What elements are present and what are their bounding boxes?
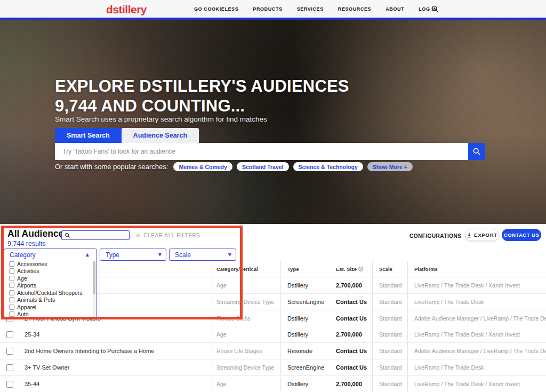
info-icon[interactable]: i	[358, 267, 363, 271]
header-platforms[interactable]: Platforms	[407, 261, 546, 277]
header-platforms-label: Platforms	[414, 266, 438, 272]
popular-searches-label: Or start with some popular searches:	[55, 163, 168, 171]
category-option-label: Animals & Pets	[17, 297, 55, 303]
hero-title: EXPLORE DSTILLERY'S AUDIENCES 9,744 AND …	[55, 76, 349, 116]
contact-us-button[interactable]: CONTACT US	[502, 229, 541, 241]
audience-name[interactable]: 35-44	[19, 376, 212, 392]
table-row: 2nd Home Owners Intending to Purchase a …	[0, 343, 546, 359]
hero-search-button[interactable]	[468, 143, 485, 160]
audience-type: Dstillery	[280, 277, 334, 293]
filter-search-input[interactable]	[70, 231, 124, 239]
page: dstillery GO COOKIELESS PRODUCTS SERVICE…	[0, 0, 546, 392]
chip-memes-comedy[interactable]: Memes & Comedy	[173, 162, 232, 171]
audience-scale: Standard	[372, 326, 407, 342]
nav-item-resources[interactable]: RESOURCES	[338, 6, 371, 12]
type-filter-dropdown[interactable]: Type ▼	[100, 249, 166, 261]
hero-subtitle: Smart Search uses a proprietary search a…	[55, 115, 267, 123]
category-option-activities[interactable]: Activities	[9, 268, 97, 275]
header-type-label: Type	[287, 266, 299, 272]
nav-menu: GO COOKIELESS PRODUCTS SERVICES RESOURCE…	[194, 0, 437, 18]
category-option-airports[interactable]: Airports	[9, 282, 97, 289]
category-option-apparel[interactable]: Apparel	[9, 303, 97, 310]
category-option-label: Age	[17, 275, 27, 282]
checkbox[interactable]	[9, 276, 14, 281]
show-more-button[interactable]: Show More +	[367, 162, 413, 171]
row-checkbox[interactable]	[6, 348, 13, 355]
category-option-label: Airports	[17, 282, 36, 289]
hero-title-line2: 9,744 AND COUNTING...	[55, 97, 245, 115]
checkbox[interactable]	[9, 305, 14, 310]
scale-filter-label: Scale	[175, 251, 191, 259]
nav-item-about[interactable]: ABOUT	[386, 6, 404, 12]
audience-category: House Life Stages	[212, 343, 280, 359]
tab-audience-search[interactable]: Audience Search	[122, 128, 199, 143]
audience-category: Streaming Device Type	[212, 294, 280, 310]
category-filter-label: Category	[10, 251, 36, 259]
category-option-accessories[interactable]: Accessories	[9, 260, 97, 267]
audience-type: Resonate	[280, 343, 334, 359]
category-option-alcohol[interactable]: Alcohol/Cocktail Shoppers	[9, 289, 97, 296]
category-option-auto[interactable]: Auto	[9, 311, 97, 318]
audience-platforms: Adobe Audience Manager / LiveRamp / The …	[407, 343, 546, 359]
audience-est-size: 2,700,000	[334, 381, 372, 387]
row-checkbox-cell	[0, 359, 19, 375]
checkbox[interactable]	[9, 311, 14, 317]
chip-scotland-travel[interactable]: Scotland Travel	[237, 162, 289, 171]
audience-est-size: Contact Us	[334, 364, 372, 371]
contact-us-label: CONTACT US	[504, 232, 540, 238]
top-nav: dstillery GO COOKIELESS PRODUCTS SERVICE…	[0, 0, 546, 20]
audience-platforms: Adobe Audience Manager / LiveRamp / The …	[407, 310, 546, 326]
scale-filter-dropdown[interactable]: Scale ▼	[169, 249, 236, 261]
checkbox[interactable]	[9, 283, 14, 288]
header-category[interactable]: Category/Vertical	[212, 261, 280, 277]
row-checkbox-cell	[0, 343, 19, 359]
category-option-label: Auto	[17, 311, 29, 317]
results-count: 9,744 results	[7, 240, 46, 247]
hero-section: EXPLORE DSTILLERY'S AUDIENCES 9,744 AND …	[0, 20, 546, 224]
nav-item-go-cookieless[interactable]: GO COOKIELESS	[194, 6, 238, 12]
audience-type: Dstillery	[280, 376, 334, 392]
header-type[interactable]: Type	[280, 261, 334, 277]
configurations-button[interactable]: CONFIGURATIONS ⚙	[410, 232, 470, 239]
category-option-label: Alcohol/Cocktail Shoppers	[17, 290, 83, 296]
search-icon	[65, 233, 70, 238]
header-scale[interactable]: Scale	[372, 261, 407, 277]
header-est-size[interactable]: Est. Size i	[334, 266, 372, 272]
audience-name[interactable]: 25-34	[19, 326, 212, 342]
checkbox[interactable]	[9, 297, 14, 302]
results-section: All Audiences × CLEAR ALL FILTERS 9,744 …	[0, 224, 546, 392]
nav-item-services[interactable]: SERVICES	[297, 6, 324, 12]
chip-science-technology[interactable]: Science & Technology	[293, 162, 363, 171]
nav-item-products[interactable]: PRODUCTS	[253, 6, 282, 12]
header-scale-label: Scale	[379, 266, 392, 272]
tab-smart-search[interactable]: Smart Search	[55, 128, 122, 143]
audience-category: Fitness Clubs	[212, 310, 280, 326]
audience-platforms: LiveRamp / The Trade Desk	[407, 359, 546, 375]
audience-name[interactable]: 2nd Home Owners Intending to Purchase a …	[19, 343, 212, 359]
export-label: EXPORT	[474, 232, 497, 238]
checkbox[interactable]	[9, 290, 14, 295]
export-button[interactable]: EXPORT	[465, 229, 499, 241]
search-icon[interactable]	[431, 5, 439, 13]
scrollbar-thumb[interactable]	[93, 261, 95, 294]
hero-title-line1: EXPLORE DSTILLERY'S AUDIENCES	[55, 77, 349, 95]
category-option-label: Accessories	[17, 261, 47, 267]
dstillery-logo[interactable]: dstillery	[106, 3, 147, 16]
category-filter-toggle[interactable]: Category ▲	[4, 249, 97, 260]
audience-name[interactable]: 3+ TV Set Owner	[19, 359, 212, 375]
audience-search-input[interactable]	[55, 143, 468, 160]
row-checkbox[interactable]	[6, 331, 13, 338]
clear-all-filters-button[interactable]: × CLEAR ALL FILTERS	[136, 233, 200, 238]
checkbox[interactable]	[9, 268, 14, 274]
audience-est-size: Contact Us	[334, 299, 372, 305]
row-checkbox[interactable]	[6, 381, 13, 388]
category-option-age[interactable]: Age	[9, 275, 97, 282]
audience-platforms: LiveRamp / The Trade Desk / Xandr Invest	[407, 326, 546, 342]
category-option-animals-pets[interactable]: Animals & Pets	[9, 297, 97, 303]
row-checkbox-cell	[0, 376, 19, 392]
audience-platforms: LiveRamp / The Trade Desk / Xandr Invest	[407, 376, 546, 392]
checkbox[interactable]	[9, 261, 14, 267]
page-title: All Audiences	[7, 228, 69, 239]
table-row: 25-34 Age Dstillery 2,700,000 Standard L…	[0, 326, 546, 343]
row-checkbox[interactable]	[6, 364, 13, 371]
